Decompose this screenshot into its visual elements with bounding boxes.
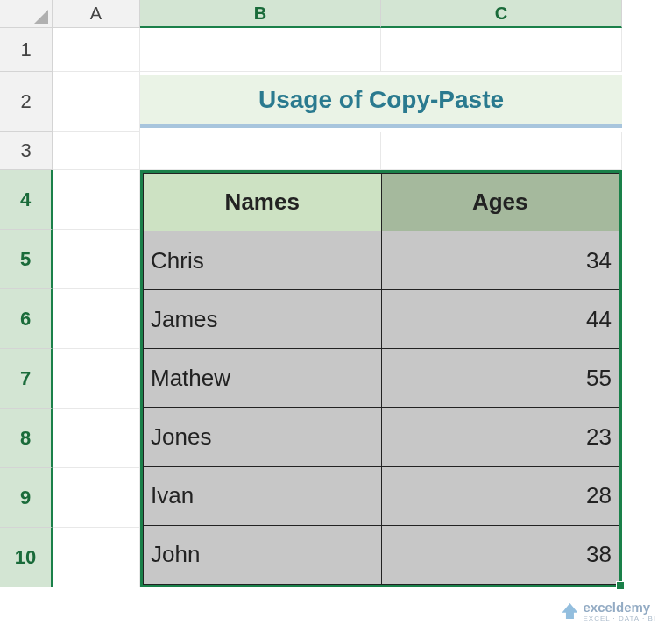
cell-A2[interactable]	[53, 72, 140, 132]
selected-range[interactable]: Names Ages Chris 34 James 44 Mathew 55	[140, 170, 622, 587]
header-names[interactable]: Names	[144, 174, 382, 231]
row-header-10[interactable]: 10	[0, 528, 53, 587]
cell-age[interactable]: 38	[381, 525, 619, 584]
watermark-brand: exceldemy	[583, 600, 656, 615]
cell-name[interactable]: John	[144, 525, 382, 584]
row-header-1[interactable]: 1	[0, 28, 53, 72]
col-header-C[interactable]: C	[381, 0, 622, 28]
spreadsheet-grid: A B C 1 2 Usage of Copy-Paste 3 4 Names …	[0, 0, 672, 587]
cell-age[interactable]: 34	[381, 231, 619, 290]
table-row: John 38	[144, 525, 619, 584]
table-row: Jones 23	[144, 408, 619, 466]
cell-A3[interactable]	[53, 132, 140, 170]
table-row: James 44	[144, 290, 619, 349]
data-table: Names Ages Chris 34 James 44 Mathew 55	[143, 173, 619, 585]
row-header-8[interactable]: 8	[0, 409, 53, 468]
cell-name[interactable]: Chris	[144, 231, 382, 290]
row-header-9[interactable]: 9	[0, 468, 53, 528]
row-header-2[interactable]: 2	[0, 72, 53, 132]
cell-age[interactable]: 28	[381, 466, 619, 525]
cell-age[interactable]: 44	[381, 290, 619, 349]
cell-age[interactable]: 55	[381, 349, 619, 408]
cell-A1[interactable]	[53, 28, 140, 72]
title-cell[interactable]: Usage of Copy-Paste	[140, 75, 622, 128]
cell-name[interactable]: James	[144, 290, 382, 349]
cell-name[interactable]: Ivan	[144, 466, 382, 525]
table-row: Ivan 28	[144, 466, 619, 525]
cell-A10[interactable]	[53, 528, 140, 587]
cell-A5[interactable]	[53, 230, 140, 289]
cell-age[interactable]: 23	[381, 408, 619, 466]
col-header-B[interactable]: B	[140, 0, 381, 28]
selection-handle[interactable]	[616, 581, 625, 590]
cell-C3[interactable]	[381, 132, 622, 170]
select-all-cell[interactable]	[0, 0, 53, 28]
cell-A9[interactable]	[53, 468, 140, 528]
cell-A7[interactable]	[53, 349, 140, 409]
table-header-row: Names Ages	[144, 174, 619, 231]
cell-C1[interactable]	[381, 28, 622, 72]
row-header-5[interactable]: 5	[0, 230, 53, 289]
col-header-A[interactable]: A	[53, 0, 140, 28]
row-header-7[interactable]: 7	[0, 349, 53, 409]
header-ages[interactable]: Ages	[381, 174, 619, 231]
watermark-sub: EXCEL · DATA · BI	[583, 615, 656, 622]
row-header-3[interactable]: 3	[0, 132, 53, 170]
watermark-logo-icon	[562, 603, 577, 619]
cell-name[interactable]: Jones	[144, 408, 382, 466]
cell-A6[interactable]	[53, 289, 140, 349]
watermark: exceldemy EXCEL · DATA · BI	[562, 600, 656, 622]
row-header-4[interactable]: 4	[0, 170, 53, 230]
row-header-6[interactable]: 6	[0, 289, 53, 349]
cell-B1[interactable]	[140, 28, 381, 72]
table-row: Mathew 55	[144, 349, 619, 408]
cell-A8[interactable]	[53, 409, 140, 468]
cell-B3[interactable]	[140, 132, 381, 170]
cell-A4[interactable]	[53, 170, 140, 230]
table-row: Chris 34	[144, 231, 619, 290]
cell-name[interactable]: Mathew	[144, 349, 382, 408]
